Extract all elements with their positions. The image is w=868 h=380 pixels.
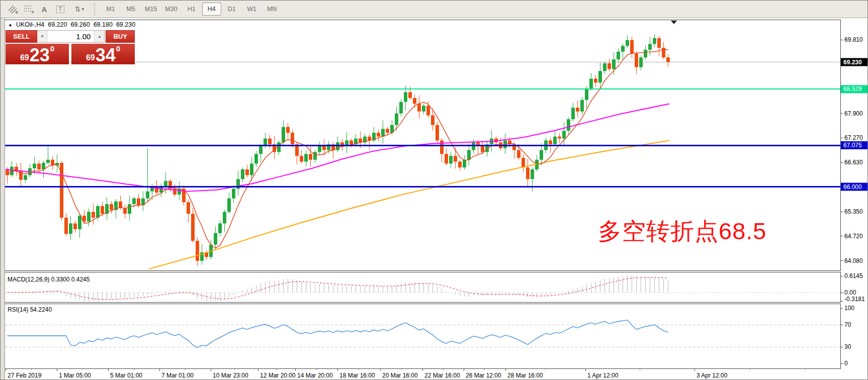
candle-body <box>218 224 222 233</box>
candle-body <box>540 150 543 160</box>
timeframe-w1-button[interactable]: W1 <box>242 3 262 16</box>
candle-body <box>386 129 389 133</box>
arrow-down-icon: ▼ <box>40 34 44 39</box>
candle-body <box>580 100 584 112</box>
candle-body <box>178 188 181 195</box>
macd-tick-label: 0.00 <box>844 289 856 296</box>
timeframe-h1-button[interactable]: H1 <box>182 3 201 16</box>
price-level-label: 66.000 <box>841 183 868 191</box>
candle-body <box>187 202 190 214</box>
time-tick-label: 20 Mar 16:00 <box>382 372 418 379</box>
candle-body <box>350 140 353 144</box>
macd-label: MACD(12,26,9) 0.3300 0.4245 <box>8 276 90 283</box>
time-tick-label: 22 Mar 16:00 <box>424 372 460 379</box>
buy-price-whole: 69 <box>86 53 95 62</box>
timeframe-m30-button[interactable]: M30 <box>161 3 181 16</box>
time-tick-label: 12 Mar 20:00 <box>260 372 296 379</box>
candle-body <box>607 63 611 69</box>
candle-body <box>137 199 140 206</box>
sell-price-button[interactable]: 69 23 0 <box>6 44 69 64</box>
timeframe-m1-button[interactable]: M1 <box>101 3 120 16</box>
candle-body <box>241 169 244 179</box>
price-tick-label: 67.270 <box>844 134 863 141</box>
candle-body <box>250 163 253 175</box>
candle-body <box>64 218 68 234</box>
candle-body <box>436 125 439 141</box>
candle-body <box>286 127 290 133</box>
candle-body <box>46 160 50 163</box>
price-tick-label: 65.350 <box>844 208 863 215</box>
collapse-arrow-icon[interactable]: ▲ <box>8 22 13 27</box>
candle-body <box>472 142 475 150</box>
rsi-label: RSI(14) 54.2240 <box>8 306 52 313</box>
fibonacci-retracement-button[interactable]: F <box>21 3 36 16</box>
volume-decrease-button[interactable]: ▼ <box>37 31 47 42</box>
candle-body <box>33 163 36 168</box>
equidistant-channel-button[interactable]: E <box>5 3 20 16</box>
sell-button[interactable]: SELL <box>6 30 37 43</box>
candle-body <box>426 106 430 115</box>
buy-price-button[interactable]: 69 34 0 <box>71 44 135 64</box>
candle-body <box>531 169 534 179</box>
candle-body <box>449 156 453 163</box>
arrows-icon: ⇅ <box>75 5 81 13</box>
candle-body <box>146 192 149 199</box>
price-tick-label: 67.900 <box>844 110 863 117</box>
arrows-button[interactable]: ⇅ ▾ <box>69 3 90 16</box>
candle-body <box>454 156 457 162</box>
candle-body <box>553 137 557 144</box>
time-axis: 27 Feb 20191 Mar 05:005 Mar 01:007 Mar 0… <box>6 368 805 379</box>
text-label-button[interactable]: T <box>53 3 68 16</box>
macd-tick-label: 0.6145 <box>844 272 863 279</box>
toolbar: E F A T ⇅ ▾ M1M5M15M30H1H4D1W1MN <box>1 1 867 18</box>
time-tick-label: 18 Mar 16:00 <box>339 372 375 379</box>
rsi-tick-label: 100 <box>844 305 854 312</box>
left-panel-divider[interactable] <box>1 18 5 379</box>
candle-body <box>300 156 303 162</box>
candle-body <box>413 98 416 104</box>
ohlc-high: 69.260 <box>70 21 90 28</box>
timeframe-m15-button[interactable]: M15 <box>141 3 160 16</box>
label-text: 68.529 <box>843 85 862 92</box>
candle-body <box>191 214 195 241</box>
chevron-down-icon: ▾ <box>82 7 84 12</box>
price-level-label: 67.075 <box>841 141 868 149</box>
label-text: 69.230 <box>843 59 862 66</box>
candle-body <box>617 52 620 59</box>
rsi-panel: RSI(14) 54.224010070300 <box>5 304 855 369</box>
candle-body <box>445 154 448 163</box>
timeframe-mn-button[interactable]: MN <box>263 3 282 16</box>
candle-body <box>399 102 403 114</box>
text-tool-button[interactable]: A <box>37 3 52 16</box>
candle-body <box>666 57 670 62</box>
candle-body <box>73 224 77 230</box>
symbol-title: UKOil-,H4 <box>16 21 44 28</box>
candle-body <box>589 79 593 88</box>
time-tick-label: 1 Mar 05:00 <box>59 372 91 379</box>
candle-body <box>526 167 530 179</box>
candle-body <box>313 152 317 159</box>
timeframe-h4-button[interactable]: H4 <box>202 3 221 16</box>
timeframe-m5-button[interactable]: M5 <box>121 3 140 16</box>
buy-price-point: 0 <box>116 44 120 53</box>
timeframe-d1-button[interactable]: D1 <box>222 3 241 16</box>
candle-body <box>598 71 602 82</box>
candle-body <box>417 104 421 111</box>
candle-body <box>128 204 131 214</box>
toolbar-drag-handle[interactable] <box>94 3 97 15</box>
candle-body <box>309 154 312 160</box>
candle-body <box>24 175 27 180</box>
candle-body <box>78 216 81 229</box>
price-tick-label: 64.720 <box>844 233 863 240</box>
time-tick-label: 14 Mar 20:00 <box>297 372 333 379</box>
symbol-header: ▲ UKOil-,H4 69.220 69.260 69.180 69.230 <box>8 21 135 28</box>
buy-button[interactable]: BUY <box>106 30 135 43</box>
ohlc-open: 69.220 <box>48 21 67 28</box>
candle-body <box>635 54 638 67</box>
candle-body <box>245 169 249 175</box>
candle-body <box>291 133 294 144</box>
volume-input[interactable] <box>47 31 94 42</box>
volume-increase-button[interactable]: ▲ <box>94 31 104 42</box>
time-tick-label: 7 Mar 01:00 <box>161 372 194 379</box>
macd-panel: MACD(12,26,9) 0.3300 0.42450.61450.00-0.… <box>5 272 865 303</box>
